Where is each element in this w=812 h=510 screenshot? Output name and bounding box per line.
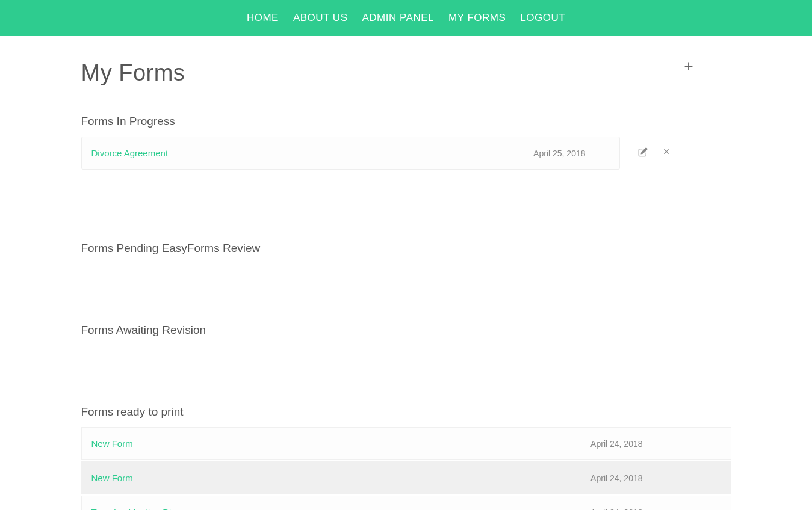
nav-admin-panel[interactable]: ADMIN PANEL	[362, 12, 434, 24]
section-title-pending-review: Forms Pending EasyForms Review	[81, 242, 731, 255]
nav-my-forms[interactable]: MY FORMS	[448, 12, 506, 24]
section-title-ready-to-print: Forms ready to print	[81, 405, 731, 419]
section-title-in-progress: Forms In Progress	[81, 115, 731, 128]
nav-home[interactable]: HOME	[247, 12, 279, 24]
section-title-awaiting-revision: Forms Awaiting Revision	[81, 324, 731, 337]
form-date: April 24, 2018	[590, 439, 721, 449]
plus-icon	[682, 60, 695, 73]
form-link[interactable]: Divorce Agreement	[91, 148, 534, 158]
top-nav: HOME ABOUT US ADMIN PANEL MY FORMS LOGOU…	[0, 0, 812, 36]
main-container: My Forms Forms In Progress Divorce Agree…	[81, 36, 731, 510]
form-link[interactable]: Tuesday Meeting Divorce	[91, 507, 591, 510]
edit-icon	[638, 147, 648, 157]
form-date: April 24, 2018	[590, 473, 721, 483]
nav-about-us[interactable]: ABOUT US	[293, 12, 348, 24]
edit-button[interactable]	[638, 147, 648, 159]
form-row: Tuesday Meeting Divorce April 24, 2018	[81, 496, 731, 510]
add-form-button[interactable]	[682, 58, 695, 77]
form-link[interactable]: New Form	[91, 473, 591, 483]
page-title: My Forms	[81, 60, 731, 86]
form-row: New Form April 24, 2018	[81, 427, 731, 460]
form-date: April 25, 2018	[533, 149, 609, 158]
form-row-in-progress: Divorce Agreement April 25, 2018	[81, 137, 731, 170]
form-date: April 24, 2018	[590, 508, 721, 511]
ready-to-print-list: New Form April 24, 2018 New Form April 2…	[81, 427, 731, 510]
form-row: New Form April 24, 2018	[81, 461, 731, 494]
form-link[interactable]: New Form	[91, 438, 591, 449]
close-icon	[662, 147, 671, 156]
delete-button[interactable]	[662, 147, 671, 159]
nav-logout[interactable]: LOGOUT	[520, 12, 565, 24]
